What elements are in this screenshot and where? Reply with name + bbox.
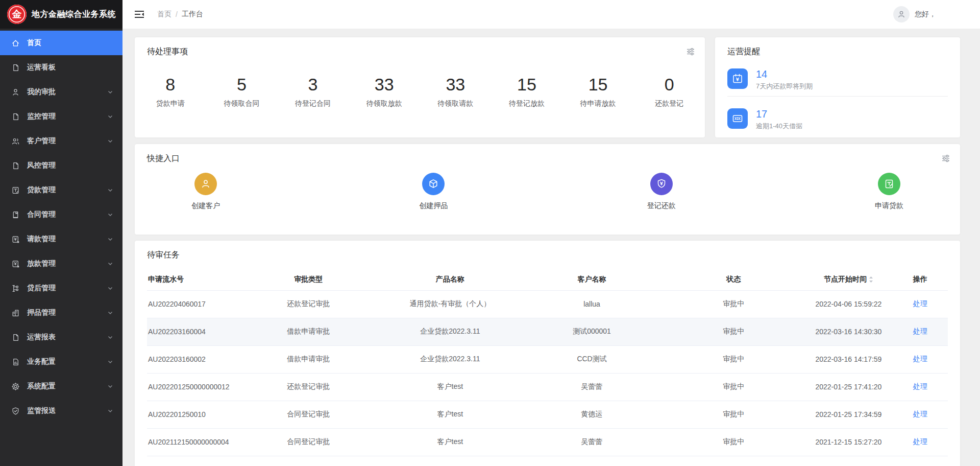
- card-settings-icon[interactable]: [942, 154, 950, 162]
- sidebar-item-home[interactable]: 首页: [0, 31, 122, 55]
- stat-contracts-to-register[interactable]: 3 待登记合同: [277, 74, 349, 108]
- chevron-down-icon: [107, 383, 113, 389]
- reminder-count: 17: [756, 108, 802, 120]
- app-root: 金 地方金融综合业务系统 首页 运营看板 我的审批 监控管理: [0, 0, 980, 466]
- gear-icon: [11, 382, 20, 391]
- breadcrumb-home[interactable]: 首页: [157, 10, 172, 19]
- register-repayment-icon: [650, 173, 673, 195]
- reminder-card-title: 运营提醒: [727, 46, 948, 57]
- user-menu[interactable]: 您好，: [893, 6, 936, 22]
- chevron-down-icon: [107, 285, 113, 291]
- app-logo-icon: 金: [7, 5, 27, 24]
- stat-repayment-registration[interactable]: 0 还款登记: [633, 74, 705, 108]
- sidebar-item-business-config[interactable]: 业务配置: [0, 350, 122, 374]
- post-loan-icon: [11, 284, 20, 293]
- contract-icon: [11, 211, 20, 219]
- sidebar: 金 地方金融综合业务系统 首页 运营看板 我的审批 监控管理: [0, 0, 122, 466]
- sidebar-item-label: 运营报表: [27, 333, 56, 342]
- board-icon: [11, 63, 20, 72]
- reminder-label: 7天内还款即将到期: [756, 82, 813, 91]
- sidebar-item-regulatory[interactable]: 监管报送: [0, 399, 122, 423]
- quick-card-title: 快捷入口: [147, 153, 948, 164]
- sidebar-item-label: 我的审批: [27, 87, 56, 97]
- card-settings-icon[interactable]: [687, 48, 695, 56]
- payment-request-icon: [11, 235, 20, 244]
- loan-icon: [11, 186, 20, 195]
- sidebar-item-loans[interactable]: 贷款管理: [0, 178, 122, 202]
- table-row: AU202203160002 借款申请审批 企业贷款2022.3.11 CCD测…: [147, 345, 948, 373]
- todo-stats: 8 贷款申请 5 待领取合同 3 待登记合同 33: [135, 74, 705, 108]
- approval-icon: [11, 88, 20, 97]
- handle-task-link[interactable]: 处理: [913, 437, 927, 446]
- chevron-down-icon: [107, 113, 113, 120]
- create-customer-icon: [194, 173, 217, 195]
- col-approval-type: 审批类型: [237, 269, 379, 290]
- reminder-card: 运营提醒 14 7天内还款即将到期: [715, 37, 960, 137]
- quick-register-repayment[interactable]: 登记还款: [631, 173, 692, 211]
- col-product-name: 产品名称: [379, 269, 521, 290]
- stat-disbursements-to-apply[interactable]: 15 待申请放款: [562, 74, 634, 108]
- breadcrumb-current: 工作台: [182, 10, 203, 19]
- sidebar-item-collateral[interactable]: 押品管理: [0, 300, 122, 325]
- breadcrumb: 首页 / 工作台: [157, 10, 203, 19]
- sidebar-item-label: 贷后管理: [27, 284, 56, 293]
- stat-disbursements-to-collect[interactable]: 33 待领取放款: [349, 74, 420, 108]
- sidebar-item-disbursement[interactable]: 放款管理: [0, 251, 122, 276]
- tasks-table: 申请流水号 审批类型 产品名称 客户名称 状态 节点开始时间: [147, 269, 948, 456]
- sidebar-item-system-config[interactable]: 系统配置: [0, 374, 122, 399]
- table-row: AU202204060017 还款登记审批 通用贷款-有审批（个人） lallu…: [147, 290, 948, 318]
- sidebar-menu: 首页 运营看板 我的审批 监控管理 客户管理: [0, 29, 122, 466]
- shield-check-icon: [11, 407, 20, 415]
- content: 待处理事项 8 贷款申请 5 待领取合同: [122, 29, 980, 466]
- todo-card-title: 待处理事项: [147, 46, 693, 57]
- table-row: AU202201250010 合同登记审批 客户test 黄德运 审批中 202…: [147, 401, 948, 428]
- business-config-icon: [11, 358, 20, 366]
- quick-apply-loan[interactable]: 申请贷款: [859, 173, 920, 211]
- sidebar-item-my-approvals[interactable]: 我的审批: [0, 80, 122, 104]
- stat-contracts-to-collect[interactable]: 5 待领取合同: [206, 74, 278, 108]
- chevron-down-icon: [107, 212, 113, 218]
- chevron-down-icon: [107, 138, 113, 144]
- col-start-time: 节点开始时间: [804, 269, 893, 290]
- col-customer-name: 客户名称: [521, 269, 663, 290]
- menu-fold-icon[interactable]: [132, 7, 147, 21]
- handle-task-link[interactable]: 处理: [913, 382, 927, 390]
- stat-loan-applications[interactable]: 8 贷款申请: [135, 74, 206, 108]
- sidebar-item-label: 监控管理: [27, 112, 56, 121]
- handle-task-link[interactable]: 处理: [913, 355, 927, 363]
- table-header-row: 申请流水号 审批类型 产品名称 客户名称 状态 节点开始时间: [147, 269, 948, 290]
- sidebar-item-monitor[interactable]: 监控管理: [0, 104, 122, 129]
- app-title: 地方金融综合业务系统: [32, 9, 116, 20]
- sidebar-item-contracts[interactable]: 合同管理: [0, 202, 122, 227]
- sidebar-item-customers[interactable]: 客户管理: [0, 129, 122, 153]
- sidebar-item-risk[interactable]: 风控管理: [0, 153, 122, 178]
- table-row: AU202112150000000004 合同登记审批 客户test 吴蕾蕾 审…: [147, 428, 948, 456]
- sort-start-time[interactable]: 节点开始时间: [824, 275, 873, 284]
- handle-task-link[interactable]: 处理: [913, 327, 927, 335]
- sidebar-item-label: 业务配置: [27, 357, 56, 366]
- sidebar-item-payment-request[interactable]: 请款管理: [0, 227, 122, 251]
- sidebar-item-label: 贷款管理: [27, 185, 56, 195]
- customer-icon: [11, 137, 20, 146]
- sidebar-item-reports[interactable]: 运营报表: [0, 325, 122, 350]
- quick-create-collateral[interactable]: 创建押品: [403, 173, 464, 211]
- reminder-label: 逾期1-40天借据: [756, 122, 802, 131]
- stat-payment-requests-to-collect[interactable]: 33 待领取请款: [420, 74, 492, 108]
- risk-icon: [11, 161, 20, 170]
- breadcrumb-separator: /: [176, 10, 178, 18]
- reminder-upcoming-repayments[interactable]: 14 7天内还款即将到期: [727, 68, 948, 91]
- sidebar-item-ops-board[interactable]: 运营看板: [0, 55, 122, 80]
- handle-task-link[interactable]: 处理: [913, 410, 927, 418]
- topbar: 首页 / 工作台 您好，: [122, 0, 980, 29]
- pending-tasks-card: 待审任务 申请流水号 审批类型 产品名称 客户名称 状态: [135, 241, 960, 466]
- stat-disbursements-to-register[interactable]: 15 待登记放款: [491, 74, 562, 108]
- handle-task-link[interactable]: 处理: [913, 299, 927, 308]
- chevron-down-icon: [107, 89, 113, 95]
- col-serial: 申请流水号: [147, 269, 237, 290]
- apply-loan-icon: [878, 173, 900, 195]
- sidebar-item-label: 风控管理: [27, 161, 56, 170]
- quick-create-customer[interactable]: 创建客户: [175, 173, 236, 211]
- sidebar-item-post-loan[interactable]: 贷后管理: [0, 276, 122, 300]
- reminder-overdue-notes[interactable]: 17 逾期1-40天借据: [727, 108, 948, 131]
- report-icon: [11, 333, 20, 342]
